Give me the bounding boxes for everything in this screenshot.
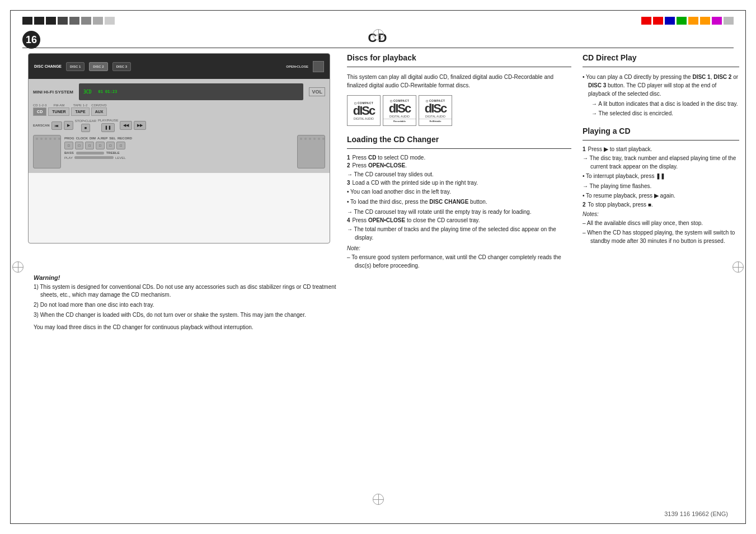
step1-text: Press CD to select CD mode. <box>353 154 426 161</box>
playing-step-2: 2 To stop playback, press ■. <box>583 202 739 208</box>
strip-sq-r1 <box>641 17 651 25</box>
top-strip-left <box>22 17 115 25</box>
disc-change-label: DISC CHANGE <box>34 64 62 68</box>
direct-play-divider <box>583 67 739 67</box>
step4-text: Press OPEN•CLOSE to close the CD carouse… <box>353 217 480 223</box>
aux-source-btn[interactable]: AUX <box>91 107 107 116</box>
device-top-row: DISC CHANGE DISC 1 DISC 2 DISC 3 OPEN•CL… <box>29 54 330 79</box>
disc-1-btn[interactable]: DISC 1 <box>66 62 84 71</box>
step2-num: 2 <box>347 162 350 168</box>
loading-bullet-1: You can load another disc in the left tr… <box>347 188 571 196</box>
mini-hifi-label: MINI HI-FI SYSTEM <box>33 90 73 95</box>
pause-btn[interactable]: ❚❚ <box>101 123 115 132</box>
source-buttons-row: CD 1-2-3 CD FM-AM TUNER TAPE 1-2 TAPE CD… <box>33 104 325 116</box>
disc-img-1: ◻ COMPACT dISc DIGITAL AUDIO <box>347 95 381 126</box>
disc3-bottom: ReWritable <box>419 119 452 123</box>
play-step2-text: To stop playback, press ■. <box>588 202 653 208</box>
stop-clear-label: STOP•CLEAR <box>75 119 96 123</box>
display-counter: 01 01:23 <box>98 90 117 94</box>
disc3-text: dISc <box>425 102 446 115</box>
crosshair-top <box>373 29 384 40</box>
discs-divider <box>347 67 571 67</box>
level-slider[interactable] <box>74 156 114 159</box>
play-label: PLAY <box>64 156 73 160</box>
bass-slider[interactable] <box>76 152 104 154</box>
tape-source-btn[interactable]: TAPE <box>71 107 89 116</box>
play-level-row: PLAY LEVEL <box>64 156 294 160</box>
cd-source-btn[interactable]: CD <box>33 107 46 116</box>
direct-play-bullet-1: You can play a CD directly by pressing t… <box>583 73 739 98</box>
prev-btn[interactable]: ◀◀ <box>120 121 132 130</box>
strip-sq-2 <box>34 17 44 25</box>
playing-heading: Playing a CD <box>583 127 739 135</box>
warning-title: Warning! <box>34 274 347 281</box>
warning-item-2: 2) Do not load more than one disc into e… <box>34 301 347 309</box>
warning-item-1: 1) This system is designed for conventio… <box>34 283 347 299</box>
warning-section: Warning! 1) This system is designed for … <box>34 274 347 331</box>
vol-label: VOL <box>309 87 325 96</box>
loading-note: – To ensure good system performance, wai… <box>347 253 571 270</box>
disc-img-3: ◻ COMPACT dISc DIGITAL AUDIO ReWritable <box>419 95 452 126</box>
disc3-sub1: DIGITAL AUDIO <box>425 115 445 118</box>
disc-3-btn[interactable]: DISC 3 <box>112 62 131 71</box>
page-border-left <box>10 10 11 524</box>
prev-skip-btn[interactable]: ⏮ <box>51 121 62 130</box>
next-btn[interactable]: ▶▶ <box>134 121 146 130</box>
play-step1-num: 1 <box>583 146 586 152</box>
strip-sq-6 <box>81 17 91 25</box>
disc2-text: dISc <box>389 102 410 115</box>
open-close-label: OPEN•CLOSE <box>286 65 308 68</box>
earscan-label: EARSCAN <box>33 124 50 127</box>
loading-step-3a: The CD carousel tray will rotate until t… <box>347 208 571 216</box>
discs-body: This system can play all digital audio C… <box>347 73 571 90</box>
you-may-load-text: You may load three discs in the CD chang… <box>34 324 347 331</box>
playing-bullet-2: To resume playback, press ▶ again. <box>583 191 739 200</box>
col-left: Discs for playback This system can play … <box>347 53 571 279</box>
dim-btn[interactable]: □ <box>85 142 94 149</box>
bass-treble-row: BASS TREBLE <box>64 151 294 154</box>
sel-btn[interactable]: □ <box>106 142 115 149</box>
tuner-source-btn[interactable]: TUNER <box>48 107 69 116</box>
discs-section: Discs for playback This system can play … <box>347 53 571 126</box>
strip-sq-r5 <box>688 17 698 25</box>
device-illustration: DISC CHANGE DISC 1 DISC 2 DISC 3 OPEN•CL… <box>28 53 330 243</box>
loading-bullet-2: To load the third disc, press the DISC C… <box>347 198 571 206</box>
loading-step-4a: The total number of tracks and the playi… <box>347 225 571 242</box>
loading-step-3: 3 Load a CD with the printed side up in … <box>347 180 571 186</box>
discs-heading: Discs for playback <box>347 53 571 62</box>
playback-controls: EARSCAN ⏮ ▶ STOP•CLEAR ■ PLAY/PAUSE ❚❚ ◀… <box>33 119 325 132</box>
playing-section: Playing a CD 1 Press ▶ to start playback… <box>583 127 739 245</box>
direct-play-heading: CD Direct Play <box>583 53 739 62</box>
strip-sq-r3 <box>665 17 675 25</box>
clock-btn[interactable]: □ <box>75 142 84 149</box>
page-border-top <box>10 10 746 11</box>
rep-btn[interactable]: □ <box>96 142 105 149</box>
bass-label: BASS <box>64 151 74 154</box>
step3-text: Load a CD with the printed side up in th… <box>353 180 478 186</box>
speaker-right <box>297 135 325 168</box>
play-step1-text: Press ▶ to start playback. <box>588 146 652 152</box>
strip-sq-r4 <box>677 17 687 25</box>
top-strip-right <box>641 17 734 25</box>
step3-num: 3 <box>347 180 350 186</box>
playing-notes-label: Notes: <box>583 211 739 217</box>
title-divider <box>22 48 734 48</box>
cdr-dvd-label: CDR/DVD <box>91 104 106 107</box>
prog-btn[interactable]: □ <box>64 142 73 149</box>
disc-2-btn[interactable]: DISC 2 <box>89 62 107 71</box>
stop-btn[interactable]: ■ <box>81 124 90 132</box>
play-step2-num: 2 <box>583 202 586 208</box>
disc1-sub1: DIGITAL AUDIO <box>354 117 374 120</box>
disc-img-2: ◻ COMPACT dISc DIGITAL AUDIO Recordable <box>383 95 416 126</box>
open-close-square[interactable] <box>313 61 324 72</box>
step4-num: 4 <box>347 217 350 223</box>
strip-sq-8 <box>105 17 115 25</box>
display-area: 3CD 01 01:23 <box>79 83 303 100</box>
strip-sq-7 <box>93 17 103 25</box>
playing-note-2: – When the CD has stopped playing, the s… <box>583 228 739 245</box>
playing-note-1: – All the available discs will play once… <box>583 219 739 227</box>
disc1-text: dISc <box>353 105 374 117</box>
play-btn[interactable]: ▶ <box>64 121 73 130</box>
rec-btn[interactable]: □ <box>116 142 125 149</box>
playing-divider <box>583 140 739 140</box>
